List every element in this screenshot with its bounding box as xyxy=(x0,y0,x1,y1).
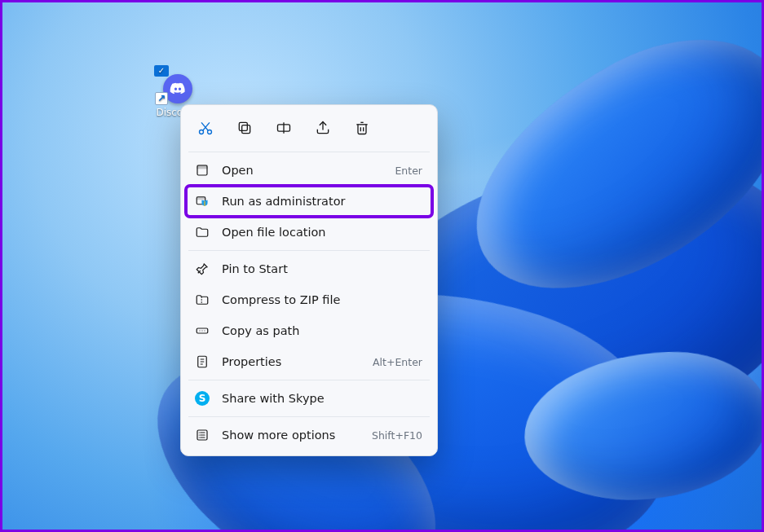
pin-icon xyxy=(194,262,210,276)
menu-item-label: Pin to Start xyxy=(222,262,422,275)
menu-item-label: Run as administrator xyxy=(222,195,422,208)
menu-item-label: Compress to ZIP file xyxy=(222,293,422,306)
menu-item-label: Show more options xyxy=(222,429,360,442)
verified-badge-icon: ✓ xyxy=(154,65,169,77)
menu-item-run-as-administrator[interactable]: Run as administrator xyxy=(186,186,432,217)
cut-button[interactable] xyxy=(189,113,222,143)
quick-actions-row xyxy=(186,110,432,149)
menu-item-open[interactable]: Open Enter xyxy=(186,155,432,186)
menu-item-copy-as-path[interactable]: Copy as path xyxy=(186,315,432,346)
svg-rect-6 xyxy=(197,165,207,169)
menu-item-show-more-options[interactable]: Show more options Shift+F10 xyxy=(186,420,432,451)
shortcut-arrow-icon: ↗ xyxy=(155,92,168,105)
svg-point-0 xyxy=(200,130,204,134)
menu-item-shortcut: Shift+F10 xyxy=(372,429,422,442)
cut-icon xyxy=(197,120,214,136)
menu-item-share-with-skype[interactable]: S Share with Skype xyxy=(186,383,432,414)
path-icon xyxy=(194,323,210,338)
zip-icon xyxy=(194,292,210,307)
menu-item-label: Share with Skype xyxy=(222,392,422,405)
menu-divider xyxy=(188,250,430,251)
rename-button[interactable] xyxy=(267,113,300,143)
menu-item-pin-to-start[interactable]: Pin to Start xyxy=(186,253,432,284)
svg-point-1 xyxy=(208,130,212,134)
menu-item-label: Open file location xyxy=(222,226,422,239)
properties-icon xyxy=(194,354,210,369)
folder-icon xyxy=(194,225,210,240)
menu-item-properties[interactable]: Properties Alt+Enter xyxy=(186,346,432,377)
delete-button[interactable] xyxy=(346,113,378,143)
open-icon xyxy=(194,163,210,178)
copy-icon xyxy=(236,120,253,136)
skype-icon: S xyxy=(194,391,210,406)
menu-divider xyxy=(188,380,430,380)
menu-divider xyxy=(188,152,430,152)
shield-app-icon xyxy=(194,194,210,209)
svg-rect-8 xyxy=(197,197,205,200)
menu-item-shortcut: Alt+Enter xyxy=(373,356,422,368)
copy-button[interactable] xyxy=(228,113,261,143)
context-menu: Open Enter Run as administrator Open fil… xyxy=(180,104,438,456)
menu-item-compress-to-zip[interactable]: Compress to ZIP file xyxy=(186,284,432,315)
menu-item-label: Open xyxy=(222,164,383,177)
svg-rect-3 xyxy=(239,122,247,130)
menu-item-label: Properties xyxy=(222,355,361,368)
menu-item-label: Copy as path xyxy=(222,324,422,337)
svg-rect-2 xyxy=(242,125,250,134)
share-icon xyxy=(315,120,331,136)
delete-icon xyxy=(354,120,370,136)
menu-item-shortcut: Enter xyxy=(395,165,422,177)
menu-item-open-file-location[interactable]: Open file location xyxy=(186,217,432,248)
discord-icon: ✓ ↗ xyxy=(157,68,192,103)
share-button[interactable] xyxy=(307,113,339,143)
desktop-wallpaper: ✓ ↗ Discord xyxy=(2,2,762,530)
more-icon xyxy=(194,428,210,442)
rename-icon xyxy=(276,120,292,136)
menu-divider xyxy=(188,416,430,417)
